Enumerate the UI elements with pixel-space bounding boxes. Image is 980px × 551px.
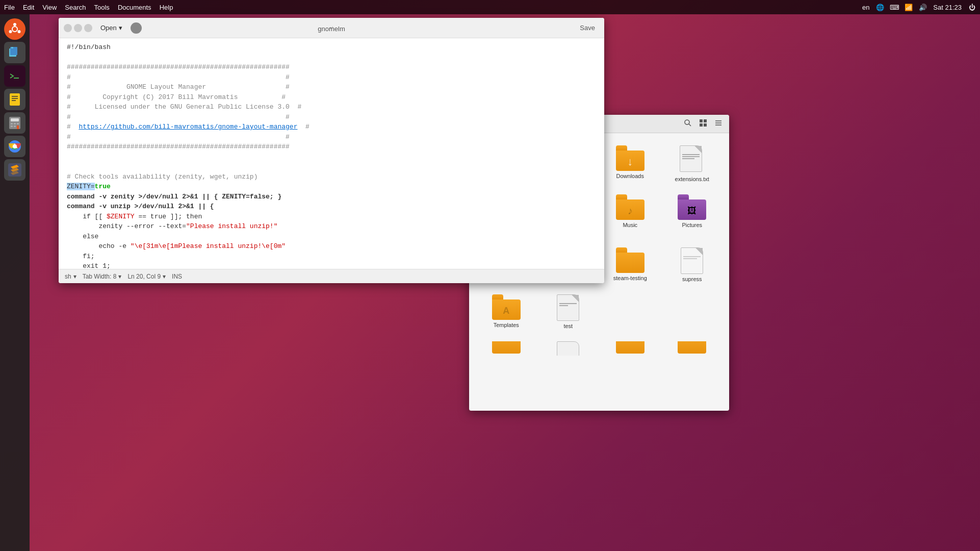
code-line-zenity-error1: zenity --error --text="Please install un… <box>67 221 596 232</box>
fm-item-label-supress: supress <box>682 276 702 282</box>
svg-rect-10 <box>10 93 20 106</box>
status-mode-label: INS <box>172 273 182 280</box>
code-line-echo1: echo -e "\e[31m\e[1mPlease install unzip… <box>67 241 596 252</box>
fm-item-label-extensions-txt: extensions.txt <box>675 176 709 182</box>
folder-partial3-icon <box>616 341 644 354</box>
fm-item-extensions-txt[interactable]: extensions.txt <box>663 141 721 186</box>
grid-view-icon <box>699 119 707 127</box>
menu-file[interactable]: File <box>4 4 15 11</box>
dock-notes-button[interactable] <box>4 89 25 110</box>
fm-menu-button[interactable] <box>713 117 724 131</box>
fm-item-downloads[interactable]: ↓ Downloads <box>601 141 659 186</box>
svg-line-27 <box>689 124 691 126</box>
folder-music-icon: ♪ <box>616 194 644 220</box>
code-line-zenity-var: ZENITY=true <box>67 182 596 192</box>
status-tab-width[interactable]: Tab Width: 8 ▾ <box>83 273 122 280</box>
code-line-hash4: # # <box>67 132 596 142</box>
dock-chrome-button[interactable] <box>4 136 25 157</box>
fm-item-partial-2[interactable] <box>539 337 598 360</box>
fm-item-pictures[interactable]: 🖼 Pictures <box>663 190 721 239</box>
fm-item-label-music: Music <box>623 222 637 228</box>
status-lang[interactable]: sh ▾ <box>65 273 76 280</box>
svg-point-2 <box>18 30 21 33</box>
fm-bottom-partial-row <box>477 337 721 360</box>
status-position[interactable]: Ln 20, Col 9 ▾ <box>127 273 166 280</box>
menu-documents[interactable]: Documents <box>118 4 151 11</box>
svg-rect-29 <box>704 119 707 122</box>
fm-item-supress[interactable]: supress <box>663 243 721 286</box>
svg-point-3 <box>9 30 12 33</box>
svg-rect-16 <box>11 123 13 124</box>
hamburger-menu-icon <box>714 119 723 127</box>
folder-downloads-icon: ↓ <box>616 145 644 171</box>
fm-item-steam-testing[interactable]: steam-testing <box>601 243 659 286</box>
window-close-button[interactable]: ✕ <box>64 24 72 32</box>
code-line-hash2: # # <box>67 72 596 83</box>
dock <box>0 14 30 551</box>
menu-edit[interactable]: Edit <box>23 4 34 11</box>
power-icon: ⏻ <box>968 3 976 11</box>
ubuntu-logo-icon <box>7 21 23 37</box>
folder-steam-icon <box>616 247 644 273</box>
code-line-blank3 <box>67 162 596 172</box>
editor-code-area[interactable]: #!/bin/bash ############################… <box>59 38 604 269</box>
dock-terminal-button[interactable] <box>4 65 25 87</box>
code-line-shebang: #!/bin/bash <box>67 42 596 53</box>
folder-pictures-icon: 🖼 <box>678 194 706 220</box>
status-mode: INS <box>172 273 182 280</box>
menu-view[interactable]: View <box>42 4 57 11</box>
code-line-fi1: fi; <box>67 252 596 262</box>
chrome-tray-icon: 🌐 <box>876 3 884 11</box>
dock-files-button[interactable] <box>4 42 25 63</box>
svg-rect-17 <box>14 123 16 124</box>
svg-rect-18 <box>17 123 19 124</box>
dock-calculator-button[interactable] <box>4 112 25 134</box>
system-bar: File Edit View Search Tools Documents He… <box>0 0 980 14</box>
menu-search[interactable]: Search <box>65 4 86 11</box>
save-button[interactable]: Save <box>576 22 599 34</box>
fm-item-label-downloads: Downloads <box>616 173 644 179</box>
code-line-cmd-unzip: command -v unzip >/dev/null 2>&1 || { <box>67 202 596 212</box>
fm-item-partial-4[interactable] <box>663 337 721 360</box>
menu-help[interactable]: Help <box>160 4 173 11</box>
fm-item-partial-3[interactable] <box>601 337 659 360</box>
files-icon <box>7 44 23 61</box>
code-line-blank1 <box>67 53 596 63</box>
status-pos-arrow: ▾ <box>163 273 166 280</box>
open-button[interactable]: Open ▾ <box>96 22 126 34</box>
terminal-icon <box>7 68 23 84</box>
status-tab-label: Tab Width: 8 <box>83 273 117 280</box>
supress-file-icon <box>681 247 703 274</box>
svg-rect-19 <box>11 126 13 127</box>
dock-ubuntu-button[interactable] <box>4 18 25 40</box>
keyboard-icon: ⌨ <box>890 3 898 11</box>
window-maximize-button[interactable]: + <box>84 24 92 32</box>
fm-item-label-test: test <box>563 323 573 329</box>
window-minimize-button[interactable]: − <box>74 24 82 32</box>
fm-item-test[interactable]: test <box>539 290 598 333</box>
code-line-comment: # Check tools availability (zenity, wget… <box>67 172 596 182</box>
svg-rect-28 <box>700 119 703 122</box>
system-time: Sat 21:23 <box>933 4 962 11</box>
menu-tools[interactable]: Tools <box>94 4 110 11</box>
fm-item-label-pictures: Pictures <box>682 222 702 228</box>
code-line-title: # GNOME Layout Manager # <box>67 82 596 92</box>
code-line-exit1: exit 1; <box>67 261 596 269</box>
fm-search-button[interactable] <box>682 117 693 131</box>
code-line-hash1: ########################################… <box>67 62 596 72</box>
window-controls: ✕ − + <box>64 24 92 32</box>
file-partial2-icon <box>557 341 579 356</box>
fm-item-partial-1[interactable] <box>477 337 535 360</box>
fm-item-music[interactable]: ♪ Music <box>601 190 659 239</box>
chrome-icon <box>7 138 23 155</box>
fm-item-label-templates: Templates <box>494 322 519 328</box>
fm-view-toggle-button[interactable] <box>698 117 709 131</box>
code-line-hash5: ########################################… <box>67 142 596 152</box>
fm-item-templates[interactable]: A Templates <box>477 290 535 333</box>
dock-sublime-button[interactable] <box>4 159 25 181</box>
svg-rect-21 <box>17 126 19 129</box>
editor-titlebar: ✕ − + Open ▾ gnomelm ↵ Save <box>59 18 604 38</box>
profile-icon <box>131 22 142 34</box>
fm-item-label-steam-testing: steam-testing <box>613 275 647 281</box>
system-bar-left: File Edit View Search Tools Documents He… <box>4 4 173 11</box>
